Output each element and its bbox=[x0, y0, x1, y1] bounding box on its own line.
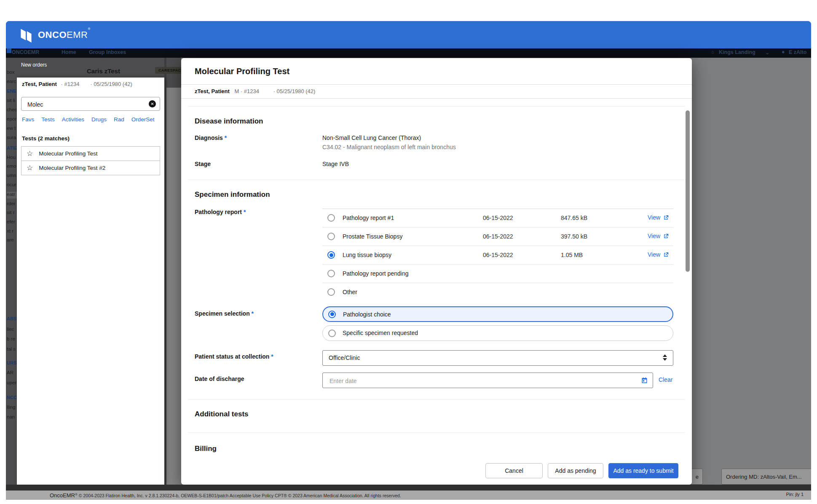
divider bbox=[188, 399, 685, 399]
test-result-row[interactable]: ☆ Molecular Profiling Test #2 bbox=[21, 161, 160, 175]
order-category-tab[interactable]: Favs bbox=[22, 116, 34, 123]
sidebar-patient-row: zTest, Patient · #1234 · 05/25/1980 (42) bbox=[22, 81, 132, 87]
dimmed-sidebar-fragment: nan bbox=[7, 414, 18, 421]
order-category-tab[interactable]: Activities bbox=[62, 116, 84, 123]
select-stepper-icon bbox=[663, 354, 667, 361]
pathology-row-label: Pathology report pending bbox=[343, 270, 408, 277]
view-link[interactable]: View bbox=[648, 251, 669, 258]
dimmed-sidebar-fragment: uper bbox=[7, 380, 18, 387]
patient-id: · #1234 bbox=[61, 81, 79, 87]
modal-footer-buttons: Cancel Add as pending Add as ready to su… bbox=[485, 463, 678, 478]
pathology-row-size: 1.05 MB bbox=[561, 252, 583, 258]
dimmed-sidebar-fragment: sit li bbox=[7, 98, 18, 105]
required-asterisk: * bbox=[252, 310, 254, 317]
dimmed-nav-home: Home bbox=[62, 49, 76, 55]
dimmed-sidebar-fragment: ocur bbox=[7, 182, 18, 189]
order-category-tab[interactable]: Tests bbox=[41, 116, 55, 123]
dimmed-sidebar-fragment: AR bbox=[7, 370, 18, 377]
dimmed-partial-button-label: e bbox=[696, 474, 699, 480]
required-asterisk: * bbox=[271, 353, 273, 360]
pill-label: Pathologist choice bbox=[343, 311, 391, 318]
cancel-button[interactable]: Cancel bbox=[485, 463, 543, 478]
date-of-discharge-input[interactable] bbox=[329, 373, 625, 388]
dimmed-sidebar-fragment: b re bbox=[7, 336, 18, 343]
home-icon: ⌂ bbox=[711, 49, 714, 54]
order-search-box[interactable]: ✕ bbox=[21, 97, 160, 111]
diagnosis-code: C34.02 - Malignant neoplasm of left main… bbox=[322, 144, 456, 150]
dimmed-sidebar-fragment: emo bbox=[7, 164, 18, 170]
date-of-discharge-field[interactable] bbox=[322, 373, 653, 388]
brand-bar: ONCOEMR® bbox=[6, 21, 811, 48]
dimmed-sidebar-fragment: earc bbox=[7, 79, 18, 86]
favorite-star-icon[interactable]: ☆ bbox=[27, 164, 33, 172]
molecular-profiling-modal: Molecular Profiling Test zTest, Patient … bbox=[181, 58, 692, 485]
radio-pathology-report-pending[interactable] bbox=[327, 270, 335, 277]
logo-reg: ® bbox=[88, 27, 90, 31]
radio-lung-tissue-biopsy-selected[interactable] bbox=[327, 251, 335, 259]
patient-dob: · 05/25/1980 (42) bbox=[90, 81, 132, 87]
dimmed-bottom-band bbox=[6, 485, 811, 491]
dimmed-sidebar-fragment: ENE bbox=[7, 88, 18, 95]
divider bbox=[188, 106, 685, 107]
new-orders-title: New orders bbox=[21, 62, 47, 68]
dimmed-sidebar-fragment: xt r bbox=[7, 228, 18, 235]
radio-specific-specimen[interactable] bbox=[328, 330, 336, 337]
modal-patient-row: zTest, Patient M · #1234 · 05/25/1980 (4… bbox=[195, 88, 315, 94]
order-category-tab[interactable]: Drugs bbox=[91, 116, 107, 123]
pathology-report-row[interactable]: Prostate Tissue Biopsy 06-15-2022 397.50… bbox=[322, 228, 673, 246]
patient-status-select[interactable]: Office/Clinic bbox=[322, 350, 673, 366]
dimmed-sidebar-fragment: sura bbox=[7, 135, 18, 142]
divider bbox=[188, 432, 685, 433]
test-result-row[interactable]: ☆ Molecular Profiling Test bbox=[21, 146, 160, 161]
pin-indicator: Pin: jly 1 bbox=[786, 492, 804, 497]
dimmed-nav-group-inboxes: Group Inboxes bbox=[89, 49, 126, 55]
pathology-report-row[interactable]: Pathology report #1 06-15-2022 847.65 kB… bbox=[322, 209, 673, 228]
favorite-star-icon[interactable]: ☆ bbox=[27, 149, 33, 158]
dimmed-sidebar-fragment: sit r bbox=[7, 210, 18, 217]
radio-pathologist-choice-selected[interactable] bbox=[328, 311, 336, 318]
order-category-tabs: FavsTestsActivitiesDrugsRadOrderSet bbox=[22, 116, 155, 123]
dimmed-ordering-md-field: Ordering MD: zAltos-Vail, Em... bbox=[721, 469, 811, 485]
external-link-icon bbox=[663, 214, 669, 221]
dimmed-nav-user: E zAlto bbox=[789, 49, 806, 55]
add-as-pending-button[interactable]: Add as pending bbox=[548, 463, 603, 478]
clear-date-link[interactable]: Clear bbox=[659, 376, 672, 383]
radio-prostate-tissue-biopsy[interactable] bbox=[327, 233, 335, 240]
person-icon: ⏺ bbox=[782, 49, 785, 55]
order-category-tab[interactable]: Rad bbox=[114, 116, 124, 123]
pathology-report-row[interactable]: Other bbox=[322, 283, 673, 301]
specific-specimen-option[interactable]: Specific specimen requested bbox=[322, 325, 673, 341]
clear-search-icon[interactable]: ✕ bbox=[149, 100, 156, 107]
results-header: Tests (2 matches) bbox=[22, 135, 70, 142]
modal-scrollbar-thumb[interactable] bbox=[686, 110, 690, 272]
app-window: ONCOEMR® ONCOEMR Home Group Inboxes ⌂ Ki… bbox=[6, 21, 811, 500]
radio-pathology-report-1[interactable] bbox=[327, 214, 335, 222]
patient-name: zTest, Patient bbox=[22, 81, 57, 87]
dimmed-nav-location: Kings Landing bbox=[719, 49, 755, 55]
divider bbox=[181, 98, 692, 99]
pathology-row-label: Pathology report #1 bbox=[343, 214, 394, 221]
external-link-icon bbox=[663, 233, 669, 239]
dimmed-sidebar-fragment: epor bbox=[7, 116, 18, 123]
dimmed-sidebar-fragment: box bbox=[7, 70, 18, 76]
logo-light: EMR bbox=[67, 29, 88, 40]
calendar-icon[interactable] bbox=[641, 377, 648, 386]
view-link[interactable]: View bbox=[648, 233, 669, 239]
radio-other[interactable] bbox=[327, 288, 335, 296]
chevron-down-icon: ⌄ bbox=[765, 49, 769, 56]
pathology-row-size: 397.50 kB bbox=[561, 233, 587, 240]
order-search-input[interactable] bbox=[27, 97, 146, 111]
date-of-discharge-label: Date of discharge bbox=[195, 375, 244, 382]
modal-patient-dob: · 05/25/1980 (42) bbox=[273, 88, 316, 94]
pathology-report-row[interactable]: Pathology report pending bbox=[322, 265, 673, 283]
pathologist-choice-option[interactable]: Pathologist choice bbox=[322, 306, 673, 322]
patient-status-label: Patient status at collection * bbox=[195, 353, 273, 360]
required-asterisk: * bbox=[225, 134, 227, 141]
order-category-tab[interactable]: OrderSet bbox=[131, 116, 155, 123]
pathology-report-row[interactable]: Lung tissue biopsy 06-15-2022 1.05 MB Vi… bbox=[322, 246, 673, 265]
add-as-ready-to-submit-button[interactable]: Add as ready to submit bbox=[608, 463, 678, 478]
pathology-row-size: 847.65 kB bbox=[561, 214, 587, 221]
new-orders-panel: zTest, Patient · #1234 · 05/25/1980 (42)… bbox=[17, 78, 164, 485]
view-link[interactable]: View bbox=[648, 214, 669, 221]
modal-title: Molecular Profiling Test bbox=[195, 67, 289, 76]
